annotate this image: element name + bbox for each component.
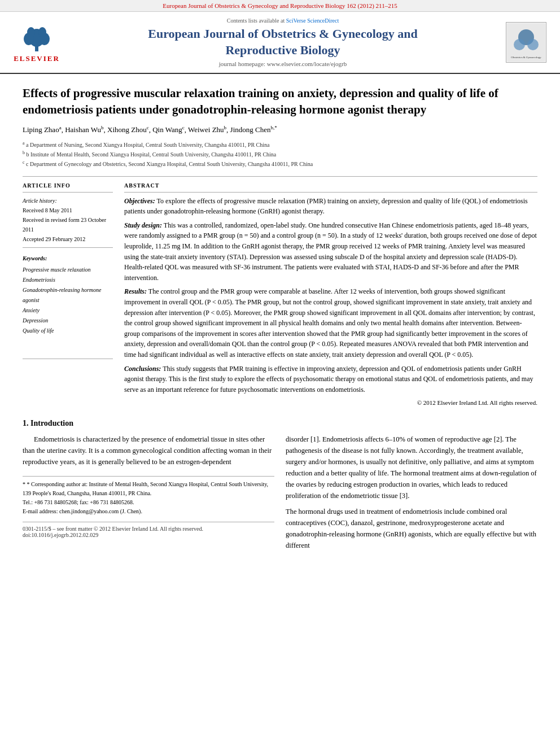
- bottom-info: 0301-2115/$ – see front matter © 2012 El…: [23, 522, 274, 538]
- keyword-6: Quality of life: [23, 326, 113, 336]
- elsevier-logo-area: ELSEVIER: [11, 22, 62, 63]
- sciverse-link-text: Contents lists available at SciVerse Sci…: [68, 18, 498, 24]
- doi-line: doi:10.1016/j.ejogrb.2012.02.029: [23, 532, 274, 538]
- abstract-study-design: Study design: This was a controlled, ran…: [124, 220, 537, 283]
- intro-right-col: disorder [1]. Endometriosis affects 6–10…: [286, 434, 537, 556]
- accepted-date: Accepted 29 February 2012: [23, 234, 113, 244]
- svg-point-8: [514, 39, 525, 50]
- article-body-columns: ARTICLE INFO Article history: Received 8…: [23, 182, 537, 408]
- article-info-column: ARTICLE INFO Article history: Received 8…: [23, 182, 113, 408]
- copyright-line: © 2012 Elsevier Ireland Ltd. All rights …: [124, 398, 537, 408]
- header-divider: [23, 176, 537, 177]
- objectives-label: Objectives:: [124, 197, 155, 205]
- elsevier-wordmark: ELSEVIER: [14, 54, 60, 63]
- keyword-2: Endometriosis: [23, 275, 113, 285]
- results-text: The control group and the PMR group were…: [124, 287, 535, 359]
- abstract-label: ABSTRACT: [124, 182, 537, 189]
- keywords-divider: [23, 247, 113, 248]
- study-label: Study design:: [124, 221, 162, 229]
- bottom-left-divider: [23, 359, 113, 359]
- authors-line: Liping Zhaoa, Haishan Wub, Xihong Zhouc,…: [23, 124, 537, 136]
- footnote-text: * * Corresponding author at: Institute o…: [23, 480, 274, 516]
- intro-para-3: The hormonal drugs used in treatment of …: [286, 506, 537, 551]
- svg-point-9: [527, 39, 539, 50]
- footnote-tel: Tel.: +86 731 84805268; fax: +86 731 848…: [23, 499, 134, 505]
- svg-point-4: [27, 27, 35, 37]
- journal-homepage: journal homepage: www.elsevier.com/locat…: [68, 60, 498, 67]
- obstetrics-gynecology-logo: Obstetrics & Gynaecology: [506, 22, 546, 63]
- keyword-5: Depression: [23, 316, 113, 326]
- journal-title: European Journal of Obstetrics & Gynecol…: [68, 26, 498, 58]
- svg-text:Obstetrics & Gynaecology: Obstetrics & Gynaecology: [511, 56, 541, 59]
- results-label: Results:: [124, 287, 147, 295]
- abstract-conclusions: Conclusions: This study suggests that PM…: [124, 364, 537, 395]
- elsevier-logo: ELSEVIER: [11, 22, 62, 63]
- article-container: Effects of progressive muscular relaxati…: [0, 74, 560, 567]
- objectives-text: To explore the effects of progressive mu…: [124, 197, 528, 216]
- footnote-corresponding: * Corresponding author at: Institute of …: [23, 481, 268, 496]
- abstract-objectives: Objectives: To explore the effects of pr…: [124, 196, 537, 217]
- keyword-1: Progressive muscle relaxation: [23, 265, 113, 275]
- conclusions-text: This study suggests that PMR training is…: [124, 365, 533, 394]
- history-label: Article history:: [23, 196, 113, 206]
- intro-para-1: Endometriosis is characterized by the pr…: [23, 434, 274, 468]
- abstract-content: Objectives: To explore the effects of pr…: [124, 196, 537, 408]
- journal-title-area: Contents lists available at SciVerse Sci…: [68, 18, 498, 67]
- keywords-label: Keywords:: [23, 254, 113, 264]
- abstract-column: ABSTRACT Objectives: To explore the effe…: [124, 182, 537, 408]
- issn-line: 0301-2115/$ – see front matter © 2012 El…: [23, 526, 274, 532]
- abstract-results: Results: The control group and the PMR g…: [124, 286, 537, 360]
- footnote-email-label: E-mail address:: [23, 508, 59, 514]
- abstract-divider: [124, 192, 537, 193]
- keyword-3: Gonadotrophin-releasing hormone agonist: [23, 285, 113, 305]
- article-info-divider: [23, 192, 113, 193]
- journal-logo-right: Obstetrics & Gynaecology: [504, 22, 549, 63]
- study-text: This was a controlled, randomized, open-…: [124, 221, 537, 282]
- article-info-label: ARTICLE INFO: [23, 182, 113, 189]
- intro-two-col: Endometriosis is characterized by the pr…: [23, 434, 537, 556]
- sciverse-link[interactable]: SciVerse ScienceDirect: [286, 18, 339, 24]
- article-history: Article history: Received 8 May 2011 Rec…: [23, 196, 113, 244]
- keyword-4: Anxiety: [23, 305, 113, 316]
- intro-left-col: Endometriosis is characterized by the pr…: [23, 434, 274, 556]
- revised-date: Received in revised form 23 October 2011: [23, 215, 113, 234]
- affiliations: a a Department of Nursing, Second Xiangy…: [23, 140, 537, 169]
- journal-header: ELSEVIER Contents lists available at Sci…: [0, 12, 560, 74]
- conclusions-label: Conclusions:: [124, 365, 161, 373]
- svg-point-5: [38, 27, 46, 37]
- intro-heading: 1. Introduction: [23, 419, 537, 428]
- article-title: Effects of progressive muscular relaxati…: [23, 85, 537, 117]
- received-date: Received 8 May 2011: [23, 206, 113, 215]
- footnote-area: * * Corresponding author at: Institute o…: [23, 476, 274, 516]
- footnote-email: chen.jindong@yahoo.com (J. Chen).: [59, 508, 142, 514]
- journal-citation-bar: European Journal of Obstetrics & Gynecol…: [0, 0, 560, 12]
- journal-citation-text: European Journal of Obstetrics & Gynecol…: [163, 2, 397, 9]
- footnote-star: *: [23, 481, 27, 487]
- elsevier-tree-icon: [20, 22, 54, 53]
- introduction-section: 1. Introduction Endometriosis is charact…: [23, 419, 537, 556]
- intro-para-2: disorder [1]. Endometriosis affects 6–10…: [286, 434, 537, 501]
- keywords-section: Keywords: Progressive muscle relaxation …: [23, 254, 113, 336]
